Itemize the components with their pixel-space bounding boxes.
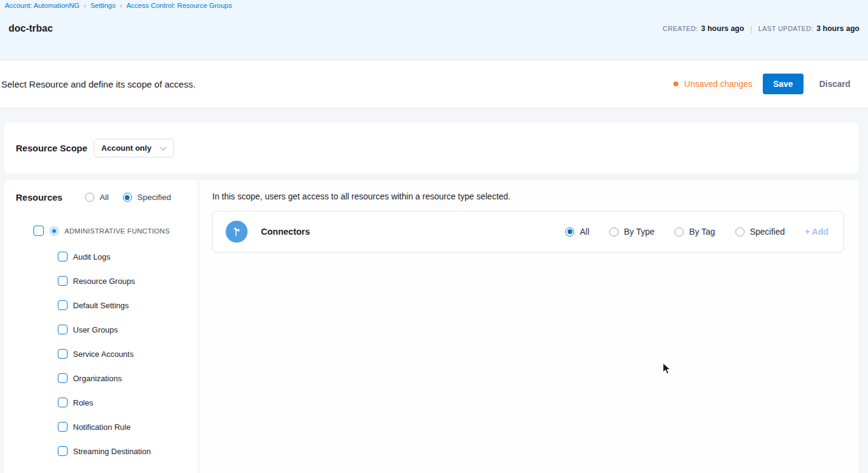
radio-icon [609,227,619,236]
resource-item-organizations[interactable]: Organizations [4,366,198,390]
connectors-title: Connectors [261,227,310,236]
radio-label: Specified [750,227,785,236]
checkbox[interactable] [58,276,68,286]
breadcrumb-link[interactable]: Settings [90,2,116,9]
resource-scope-dropdown[interactable]: Account only [94,139,174,157]
checkbox[interactable] [58,252,68,261]
toolbar: Select Resource and define its scope of … [0,60,868,108]
chevron-down-icon [161,145,166,151]
resource-item-service-accounts[interactable]: Service Accounts [4,342,198,366]
created-label: CREATED: [663,25,698,32]
checkbox[interactable] [58,325,68,334]
resource-item-resource-groups[interactable]: Resource Groups [4,269,198,293]
toolbar-description: Select Resource and define its scope of … [1,79,195,89]
meta-info: CREATED: 3 hours ago | LAST UPDATED: 3 h… [663,24,859,33]
connectors-card: Connectors AllBy TypeBy TagSpecified + A… [212,211,844,252]
unsaved-changes-status: Unsaved changes [673,79,752,89]
breadcrumb-link[interactable]: Access Control: Resource Groups [127,2,232,9]
connectors-scope-specified[interactable]: Specified [735,227,785,236]
connectors-scope-options: AllBy TypeBy TagSpecified [565,227,785,236]
connectors-scope-by-tag[interactable]: By Tag [675,227,715,236]
unsaved-dot-icon [673,81,678,86]
resources-mode-options: AllSpecified [85,193,172,202]
toolbar-actions: Unsaved changes Save Discard [673,74,850,94]
meta-separator: | [750,24,752,33]
radio-label: By Type [624,227,654,236]
breadcrumb: Account: AutomationNG›Settings›Access Co… [0,0,868,9]
collapse-toggle-icon[interactable] [49,226,59,236]
resource-item-label: User Groups [73,325,118,334]
discard-button[interactable]: Discard [819,79,850,89]
breadcrumb-separator-icon: › [120,2,122,9]
title-row: doc-trbac CREATED: 3 hours ago | LAST UP… [0,23,868,34]
scope-hint-text: In this scope, users get access to all r… [212,192,844,201]
resource-item-label: Default Settings [73,301,129,310]
resource-item-audit-logs[interactable]: Audit Logs [4,244,198,269]
resource-item-label: Roles [73,398,93,407]
resource-item-default-settings[interactable]: Default Settings [4,293,198,317]
breadcrumb-separator-icon: › [84,2,86,9]
resource-item-label: Audit Logs [73,252,110,261]
radio-label: All [100,193,109,202]
connectors-scope-all[interactable]: All [565,227,589,236]
radio-icon [565,227,574,236]
scope-panel: In this scope, users get access to all r… [199,180,859,473]
resource-item-label: Resource Groups [73,277,135,286]
checkbox[interactable] [58,373,68,383]
radio-icon [85,193,94,202]
save-button[interactable]: Save [763,74,804,94]
breadcrumb-link[interactable]: Account: AutomationNG [5,2,80,9]
resources-label: Resources [16,192,63,202]
resources-header: Resources AllSpecified [4,180,198,202]
resource-item-label: Organizations [73,374,122,383]
resource-item-streaming-destination[interactable]: Streaming Destination [4,439,198,463]
resource-item-label: Streaming Destination [73,447,151,456]
page-header: Account: AutomationNG›Settings›Access Co… [0,0,868,60]
radio-label: All [580,227,589,236]
resource-item-label: Notification Rule [73,423,131,432]
resource-group-label: ADMINISTRATIVE FUNCTIONS [64,227,170,235]
created-value: 3 hours ago [701,24,745,33]
add-resources-link[interactable]: + Add [805,227,828,236]
connectors-scope-by-type[interactable]: By Type [609,227,654,236]
resources-list: Audit LogsResource GroupsDefault Setting… [4,244,198,463]
resource-item-notification-rule[interactable]: Notification Rule [4,415,198,439]
page-title: doc-trbac [9,23,53,34]
resources-mode-all[interactable]: All [85,193,109,202]
checkbox[interactable] [58,398,68,407]
resource-scope-label: Resource Scope [16,143,88,153]
checkbox[interactable] [58,300,68,310]
radio-icon [675,227,684,236]
checkbox[interactable] [58,446,68,456]
resource-item-roles[interactable]: Roles [4,390,198,415]
last-updated-value: 3 hours ago [816,24,859,33]
last-updated-label: LAST UPDATED: [759,25,813,32]
radio-icon [735,227,745,236]
resource-scope-selected-value: Account only [102,143,151,153]
administrative-functions-checkbox[interactable] [33,226,44,236]
radio-icon [123,193,132,202]
resources-mode-specified[interactable]: Specified [123,193,172,202]
connectors-icon [226,221,248,243]
radio-label: By Tag [689,227,715,236]
resources-card: Resources AllSpecified ADMINISTRATIVE FU… [3,179,859,473]
content-area: Resource Scope Account only Resources Al… [0,108,868,473]
resources-left-panel: Resources AllSpecified ADMINISTRATIVE FU… [4,180,199,473]
resource-item-user-groups[interactable]: User Groups [4,317,198,342]
unsaved-changes-label: Unsaved changes [684,79,752,89]
checkbox[interactable] [58,349,68,359]
resource-item-label: Service Accounts [73,350,134,359]
resource-scope-card: Resource Scope Account only [3,122,859,174]
checkbox[interactable] [58,422,68,432]
resource-group-row: ADMINISTRATIVE FUNCTIONS [4,226,198,236]
radio-label: Specified [137,193,172,202]
